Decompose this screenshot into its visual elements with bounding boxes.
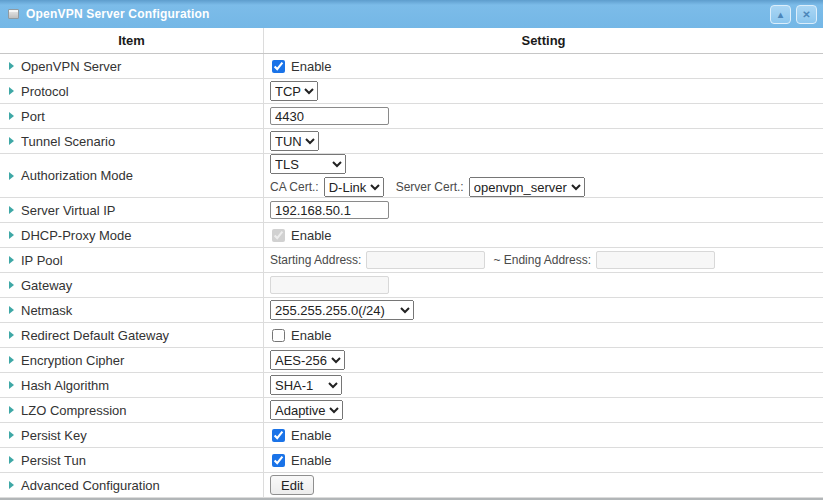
row-port: Port	[0, 104, 823, 129]
row-ip-pool: IP Pool Starting Address: ~ Ending Addre…	[0, 248, 823, 273]
starting-address-label: Starting Address:	[270, 253, 361, 267]
row-arrow-icon	[9, 281, 14, 289]
openvpn-server-enable-checkbox[interactable]	[272, 60, 285, 73]
row-redirect-default-gateway: Redirect Default Gateway Enable	[0, 323, 823, 348]
item-label: Encryption Cipher	[21, 353, 124, 368]
port-input[interactable]	[270, 107, 389, 125]
row-arrow-icon	[9, 331, 14, 339]
item-label: Persist Key	[21, 428, 87, 443]
server-cert-label: Server Cert.:	[396, 180, 464, 194]
authorization-mode-select[interactable]: TLS	[270, 154, 346, 174]
item-label: Netmask	[21, 303, 72, 318]
encryption-cipher-select[interactable]: AES-256	[270, 350, 345, 370]
window-title: OpenVPN Server Configuration	[26, 7, 770, 21]
item-label: DHCP-Proxy Mode	[21, 228, 132, 243]
enable-label: Enable	[291, 228, 331, 243]
item-label: IP Pool	[21, 253, 63, 268]
row-arrow-icon	[9, 431, 14, 439]
item-label: Protocol	[21, 84, 69, 99]
lzo-compression-select[interactable]: Adaptive	[270, 400, 343, 420]
item-label: Port	[21, 109, 45, 124]
collapse-button[interactable]: ▴	[770, 5, 791, 24]
row-encryption-cipher: Encryption Cipher AES-256	[0, 348, 823, 373]
enable-label: Enable	[291, 428, 331, 443]
row-lzo-compression: LZO Compression Adaptive	[0, 398, 823, 423]
item-label: Gateway	[21, 278, 72, 293]
row-tunnel-scenario: Tunnel Scenario TUN	[0, 129, 823, 154]
table-header-row: Item Setting	[0, 28, 823, 54]
persist-key-enable-checkbox[interactable]	[272, 429, 285, 442]
row-arrow-icon	[9, 87, 14, 95]
item-label: OpenVPN Server	[21, 59, 121, 74]
server-cert-select[interactable]: openvpn_server	[469, 177, 585, 197]
row-arrow-icon	[9, 112, 14, 120]
column-header-item: Item	[0, 28, 264, 53]
settings-table: Item Setting OpenVPN Server Enable Proto…	[0, 28, 823, 500]
row-persist-tun: Persist Tun Enable	[0, 448, 823, 473]
ca-cert-select[interactable]: D-Link	[324, 177, 384, 197]
protocol-select[interactable]: TCP	[270, 81, 318, 101]
openvpn-config-window: OpenVPN Server Configuration ▴ ✕ Item Se…	[0, 0, 823, 500]
row-arrow-icon	[9, 172, 14, 180]
row-arrow-icon	[9, 456, 14, 464]
close-button[interactable]: ✕	[796, 5, 817, 24]
enable-label: Enable	[291, 59, 331, 74]
ending-address-label: ~ Ending Address:	[493, 253, 591, 267]
tunnel-scenario-select[interactable]: TUN	[270, 131, 319, 151]
ending-address-input	[596, 251, 715, 269]
row-advanced-configuration: Advanced Configuration Edit	[0, 473, 823, 498]
row-arrow-icon	[9, 306, 14, 314]
row-arrow-icon	[9, 356, 14, 364]
starting-address-input	[366, 251, 485, 269]
row-netmask: Netmask 255.255.255.0(/24)	[0, 298, 823, 323]
row-persist-key: Persist Key Enable	[0, 423, 823, 448]
row-arrow-icon	[9, 137, 14, 145]
redirect-gateway-enable-checkbox[interactable]	[272, 329, 285, 342]
row-arrow-icon	[9, 256, 14, 264]
window-titlebar: OpenVPN Server Configuration ▴ ✕	[0, 0, 823, 28]
gateway-input	[270, 276, 389, 294]
item-label: Server Virtual IP	[21, 203, 115, 218]
edit-button[interactable]: Edit	[270, 475, 314, 495]
item-label: Advanced Configuration	[21, 478, 160, 493]
window-icon	[8, 9, 19, 19]
row-arrow-icon	[9, 231, 14, 239]
row-openvpn-server: OpenVPN Server Enable	[0, 54, 823, 79]
row-arrow-icon	[9, 206, 14, 214]
row-hash-algorithm: Hash Algorithm SHA-1	[0, 373, 823, 398]
dhcp-proxy-enable-checkbox	[272, 229, 285, 242]
enable-label: Enable	[291, 328, 331, 343]
ca-cert-label: CA Cert.:	[270, 180, 319, 194]
enable-label: Enable	[291, 453, 331, 468]
item-label: Hash Algorithm	[21, 378, 109, 393]
netmask-select[interactable]: 255.255.255.0(/24)	[270, 300, 414, 320]
item-label: Persist Tun	[21, 453, 86, 468]
row-arrow-icon	[9, 481, 14, 489]
item-label: Authorization Mode	[21, 168, 133, 183]
row-arrow-icon	[9, 381, 14, 389]
collapse-icon: ▴	[778, 9, 783, 20]
row-gateway: Gateway	[0, 273, 823, 298]
item-label: Tunnel Scenario	[21, 134, 115, 149]
row-server-virtual-ip: Server Virtual IP	[0, 198, 823, 223]
persist-tun-enable-checkbox[interactable]	[272, 454, 285, 467]
item-label: LZO Compression	[21, 403, 126, 418]
row-arrow-icon	[9, 62, 14, 70]
row-authorization-mode: Authorization Mode TLS CA Cert.: D-Link …	[0, 154, 823, 198]
column-header-setting: Setting	[264, 28, 823, 53]
server-virtual-ip-input[interactable]	[270, 201, 389, 219]
hash-algorithm-select[interactable]: SHA-1	[270, 375, 342, 395]
close-icon: ✕	[802, 9, 810, 20]
row-arrow-icon	[9, 406, 14, 414]
row-protocol: Protocol TCP	[0, 79, 823, 104]
item-label: Redirect Default Gateway	[21, 328, 169, 343]
row-dhcp-proxy-mode: DHCP-Proxy Mode Enable	[0, 223, 823, 248]
